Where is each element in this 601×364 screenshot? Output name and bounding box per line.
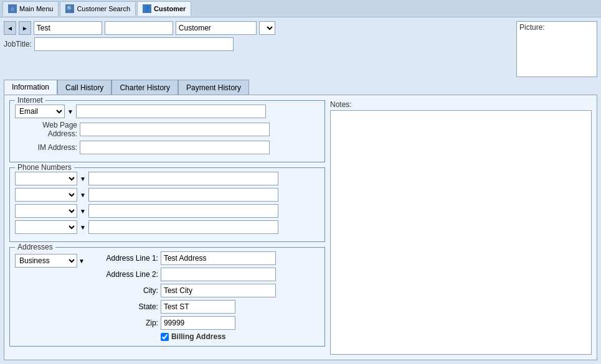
- picture-area: [517, 33, 597, 77]
- billing-checkbox[interactable]: [161, 333, 169, 341]
- phone-row-2: ▼: [15, 188, 319, 202]
- name-row: ◄ ►: [4, 21, 513, 35]
- phone-dd-icon-4: ▼: [80, 224, 86, 231]
- web-page-label: Web Page Address:: [15, 121, 77, 138]
- phone-numbers-section: Phone Numbers ▼ ▼ ▼: [9, 167, 325, 242]
- picture-label: Picture:: [517, 22, 597, 33]
- email-type-select[interactable]: Email: [15, 105, 65, 118]
- customer-icon: 👤: [143, 4, 151, 13]
- phone-input-4[interactable]: [88, 220, 278, 234]
- im-row: IM Address:: [15, 141, 319, 154]
- addr-city-input[interactable]: [161, 284, 276, 297]
- address-type-select[interactable]: Business: [15, 254, 77, 268]
- phone-row-1: ▼: [15, 172, 319, 185]
- phone-numbers-title: Phone Numbers: [15, 163, 74, 172]
- addr-zip-row: Zip:: [90, 316, 276, 330]
- internet-section: Internet Email ▼ Web Page Address: IM Ad…: [9, 100, 325, 162]
- prev-button[interactable]: ◄: [4, 21, 16, 35]
- picture-box: Picture:: [516, 21, 597, 77]
- addr-line1-input[interactable]: [161, 251, 276, 265]
- customer-label: Customer: [154, 5, 186, 12]
- phone-input-1[interactable]: [88, 172, 278, 185]
- phone-row-3: ▼: [15, 204, 319, 218]
- phone-input-2[interactable]: [88, 188, 278, 202]
- tab-main-menu[interactable]: ⌂ Main Menu: [2, 1, 59, 16]
- addr-state-label: State:: [90, 302, 158, 311]
- jobtitle-label: JobTitle:: [4, 40, 32, 49]
- addr-line2-label: Address Line 2:: [90, 270, 158, 279]
- addresses-title: Addresses: [15, 243, 55, 251]
- internet-title: Internet: [15, 96, 45, 105]
- tab-charter-history[interactable]: Charter History: [111, 80, 178, 95]
- phone-type-3[interactable]: [15, 204, 77, 218]
- top-section: ◄ ► JobTitle: Picture:: [4, 21, 597, 77]
- notes-label: Notes:: [330, 100, 592, 109]
- main-menu-label: Main Menu: [19, 5, 53, 12]
- tab-content-information: Internet Email ▼ Web Page Address: IM Ad…: [4, 95, 597, 360]
- jobtitle-input[interactable]: [34, 37, 234, 51]
- addr-line2-row: Address Line 2:: [90, 268, 276, 281]
- email-input[interactable]: [76, 105, 266, 118]
- web-page-input[interactable]: [80, 123, 270, 136]
- addr-city-row: City:: [90, 284, 276, 297]
- billing-checkbox-row: Billing Address: [161, 332, 226, 341]
- addr-line2-input[interactable]: [161, 268, 276, 281]
- phone-row-4: ▼: [15, 220, 319, 234]
- customer-type-input[interactable]: [176, 21, 257, 35]
- addr-zip-input[interactable]: [161, 316, 235, 330]
- tab-information[interactable]: Information: [4, 80, 57, 95]
- tabs-container: Information Call History Charter History…: [4, 80, 597, 360]
- address-content: Business ▼ Address Line 1: Address Line …: [15, 251, 319, 341]
- top-fields: ◄ ► JobTitle:: [4, 21, 513, 51]
- main-content: ◄ ► JobTitle: Picture: Information Call …: [0, 17, 601, 364]
- im-label: IM Address:: [15, 143, 77, 152]
- title-bar: ⌂ Main Menu 🔍 Customer Search 👤 Customer: [0, 0, 601, 17]
- phone-dd-icon-1: ▼: [80, 175, 86, 182]
- addr-state-input[interactable]: [161, 300, 235, 314]
- addresses-section: Addresses Business ▼ Address Line 1:: [9, 247, 325, 347]
- addr-city-label: City:: [90, 286, 158, 295]
- addr-form: Address Line 1: Address Line 2: City:: [90, 251, 276, 341]
- tabs-header: Information Call History Charter History…: [4, 80, 597, 95]
- customer-search-label: Customer Search: [77, 5, 130, 12]
- phone-type-2[interactable]: [15, 188, 77, 202]
- right-panel: Notes:: [330, 100, 592, 355]
- main-menu-icon: ⌂: [8, 4, 17, 13]
- tab-payment-history[interactable]: Payment History: [178, 80, 249, 95]
- email-row: Email ▼: [15, 105, 319, 118]
- addr-line1-row: Address Line 1:: [90, 251, 276, 265]
- tab-customer[interactable]: 👤 Customer: [137, 1, 191, 16]
- left-panel: Internet Email ▼ Web Page Address: IM Ad…: [9, 100, 325, 355]
- first-name-input[interactable]: [34, 21, 102, 35]
- phone-dd-icon-3: ▼: [80, 208, 86, 215]
- tab-customer-search[interactable]: 🔍 Customer Search: [60, 1, 136, 16]
- customer-search-icon: 🔍: [65, 4, 74, 13]
- web-page-row: Web Page Address:: [15, 121, 319, 138]
- billing-label: Billing Address: [171, 332, 226, 341]
- addr-state-row: State:: [90, 300, 276, 314]
- next-button[interactable]: ►: [19, 21, 31, 35]
- addr-zip-label: Zip:: [90, 319, 158, 327]
- addr-type-dd-icon: ▼: [78, 258, 85, 264]
- tab-call-history[interactable]: Call History: [57, 80, 111, 95]
- email-dropdown-icon[interactable]: ▼: [67, 108, 73, 115]
- addr-line1-label: Address Line 1:: [90, 254, 158, 263]
- phone-input-3[interactable]: [88, 204, 278, 218]
- jobtitle-row: JobTitle:: [4, 37, 513, 51]
- addr-billing-row: Billing Address: [90, 332, 276, 341]
- im-input[interactable]: [80, 141, 270, 154]
- phone-type-1[interactable]: [15, 172, 77, 185]
- customer-type-select[interactable]: [259, 21, 275, 35]
- phone-dd-icon-2: ▼: [80, 192, 86, 198]
- phone-type-4[interactable]: [15, 220, 77, 234]
- last-name-input[interactable]: [105, 21, 173, 35]
- notes-textarea[interactable]: [330, 110, 592, 355]
